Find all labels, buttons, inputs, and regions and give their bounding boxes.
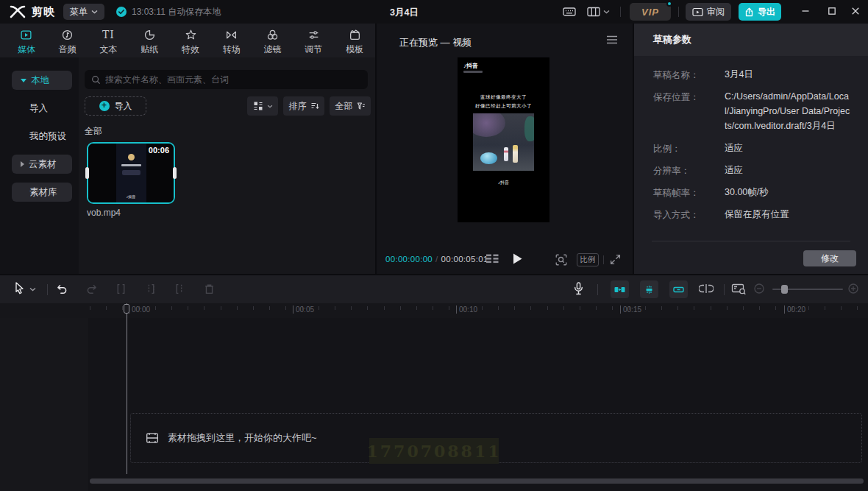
playhead-line[interactable]: [127, 303, 127, 474]
clip-duration: 00:06: [149, 146, 169, 155]
tab-effects[interactable]: 特效: [170, 24, 211, 57]
tab-adjust[interactable]: 调节: [293, 24, 334, 57]
redo-button[interactable]: [85, 283, 98, 295]
sidebar-item-cloud[interactable]: 云素材: [12, 155, 72, 174]
horizontal-scrollbar[interactable]: [90, 478, 864, 484]
menu-button-label: 菜单: [70, 6, 88, 18]
frame-compare-icon[interactable]: [485, 253, 499, 264]
import-button[interactable]: + 导入: [85, 96, 146, 116]
export-button[interactable]: 导出: [739, 3, 781, 21]
video-caption-line1: 蓝球好像最终变大了: [458, 94, 549, 101]
sort-button[interactable]: 排序: [283, 96, 324, 116]
app-logo: 剪映: [9, 4, 55, 19]
linkage-toggle[interactable]: [640, 280, 658, 298]
review-button[interactable]: 审阅: [686, 3, 731, 21]
tab-template[interactable]: 模板: [334, 24, 375, 57]
tab-text[interactable]: TI 文本: [88, 24, 129, 57]
sidebar-item-import[interactable]: 导入: [12, 99, 72, 118]
filter-button[interactable]: 全部: [330, 96, 371, 116]
view-mode-button[interactable]: [247, 96, 278, 116]
game-screenshot: [473, 113, 534, 171]
sidebar-item-label: 素材库: [29, 186, 57, 199]
shortcut-keyboard-icon[interactable]: [562, 5, 577, 18]
hamburger-menu-icon[interactable]: [606, 35, 618, 44]
chevron-down-icon: [267, 105, 273, 108]
layout-panels-icon[interactable]: [586, 5, 601, 18]
sidebar-item-library[interactable]: 素材库: [12, 183, 72, 202]
layout-chevron-icon[interactable]: [603, 10, 610, 14]
delete-left-icon[interactable]: [144, 283, 157, 295]
row-label: 导入方式：: [653, 209, 725, 222]
playhead-handle[interactable]: [124, 304, 129, 314]
timeline-zoom-slider-thumb[interactable]: [781, 285, 788, 294]
split-clip-icon[interactable]: [115, 283, 127, 295]
fullscreen-icon[interactable]: [609, 253, 622, 266]
douyin-logo: ♪抖音: [463, 62, 478, 70]
template-clapper-icon: [349, 29, 361, 41]
tab-transition[interactable]: 转场: [211, 24, 252, 57]
cursor-chevron-icon[interactable]: [29, 287, 36, 292]
minimize-button[interactable]: [800, 6, 811, 16]
zoom-out-icon[interactable]: [753, 283, 765, 294]
auto-snap-toggle[interactable]: [611, 280, 629, 298]
maximize-button[interactable]: [827, 6, 837, 16]
video-caption-line2: 好像已经赶上可莉大小了: [458, 103, 549, 110]
asset-tabbar: 媒体 音频 TI 文本: [0, 24, 375, 57]
play-button[interactable]: [512, 252, 523, 265]
review-label: 审阅: [707, 6, 725, 18]
ruler-label: 00:10: [456, 305, 477, 314]
close-button[interactable]: [850, 6, 861, 16]
review-icon: [692, 7, 703, 17]
clip-left-handle[interactable]: [85, 167, 89, 179]
sidebar-item-presets[interactable]: 我的预设: [12, 127, 72, 146]
modify-button[interactable]: 修改: [803, 250, 856, 266]
adjust-sliders-icon: [307, 29, 320, 41]
preview-header: 正在预览 — 视频: [377, 24, 633, 56]
media-clip-card[interactable]: ♪抖音 00:06: [87, 142, 175, 204]
search-input[interactable]: [105, 74, 361, 85]
track-header-gutter: [0, 318, 88, 491]
clip-right-handle[interactable]: [173, 167, 177, 179]
character-one: [504, 147, 508, 161]
delete-right-icon[interactable]: [174, 283, 186, 295]
sticker-icon: [143, 29, 156, 41]
tab-filter[interactable]: 滤镜: [252, 24, 294, 57]
ruler-label: 00:00: [129, 305, 150, 314]
main-track-magnet-icon[interactable]: [699, 283, 714, 294]
row-label: 保存位置：: [653, 91, 725, 133]
track-area[interactable]: 素材拖拽到这里，开始你的大作吧~ 1770708811: [0, 318, 868, 491]
tab-audio[interactable]: 音频: [47, 24, 88, 57]
time-ruler[interactable]: 00:00 00:05 00:10 00:15 00:20: [0, 303, 868, 318]
sort-label: 排序: [289, 100, 307, 113]
select-cursor-icon[interactable]: [13, 281, 26, 295]
sidebar-item-local[interactable]: 本地: [12, 71, 72, 90]
draft-rows: 草稿名称： 3月4日 保存位置： C:/Users/admin/AppData/…: [653, 69, 850, 231]
menu-button[interactable]: 菜单: [63, 4, 104, 20]
tab-media[interactable]: 媒体: [6, 24, 47, 57]
row-value: 30.00帧/秒: [725, 185, 850, 199]
tab-sticker[interactable]: 贴纸: [129, 24, 170, 57]
ruler-label: 00:05: [293, 305, 314, 314]
delete-clip-icon[interactable]: [203, 283, 216, 295]
record-voiceover-icon[interactable]: [572, 281, 585, 296]
draft-row-name: 草稿名称： 3月4日: [653, 69, 850, 82]
watermark: 1770708811: [369, 438, 499, 464]
media-panel: 媒体 音频 TI 文本: [0, 24, 375, 274]
undo-button[interactable]: [56, 283, 68, 295]
ratio-button[interactable]: 比例: [577, 253, 599, 266]
zoom-in-icon[interactable]: [847, 283, 859, 294]
text-icon: TI: [102, 29, 115, 41]
capcut-logo-icon: [9, 4, 26, 19]
filter-funnel-icon: [357, 102, 366, 110]
search-bar[interactable]: [85, 70, 368, 89]
preview-video[interactable]: ♪抖音 蓝球好像最终变大了 好像已经赶上可莉大小了 ♪抖音: [458, 57, 549, 222]
thumb-text-line: [121, 164, 141, 166]
zoom-to-fit-icon[interactable]: [731, 283, 747, 295]
preview-axis-toggle[interactable]: [669, 280, 688, 298]
autosave-text: 13:03:11 自动保存本地: [132, 6, 221, 18]
preview-quality-icon[interactable]: [555, 253, 568, 266]
draft-divider: [652, 241, 850, 241]
dropzone-text: 素材拖拽到这里，开始你的大作吧~: [168, 431, 317, 445]
vip-button[interactable]: VIP: [630, 3, 671, 21]
media-sidebar: 本地 导入 我的预设 云素材 素材库: [0, 57, 79, 274]
